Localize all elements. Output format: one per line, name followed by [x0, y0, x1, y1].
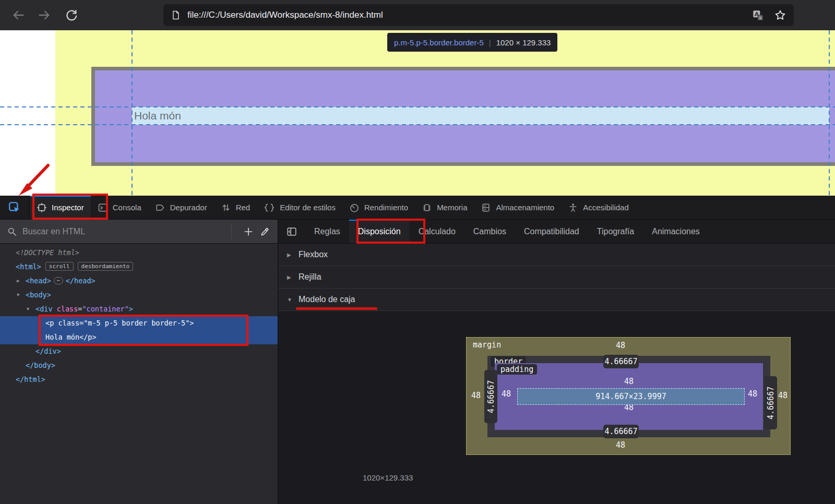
markup-node[interactable]: ▼<body>: [0, 288, 278, 302]
forward-icon[interactable]: [37, 7, 52, 23]
markup-node-selected[interactable]: Hola món</p>: [0, 330, 278, 344]
infobar-separator: |: [489, 38, 491, 47]
code-segment: <head>: [26, 277, 51, 285]
tab-label: Red: [236, 203, 250, 212]
add-node-icon[interactable]: [243, 226, 254, 237]
devtools-tab-network[interactable]: Red: [214, 196, 257, 219]
markup-view: <!DOCTYPE html><html>scrolldesbordamient…: [0, 244, 278, 504]
padding-label: padding: [497, 364, 537, 375]
inspector-sidebar-tabs: ReglasDisposiciónCalculadoCambiosCompati…: [278, 220, 835, 244]
devtools-tab-console[interactable]: Consola: [91, 196, 148, 219]
search-input[interactable]: Buscar en HTML: [22, 227, 226, 236]
devtools-tab-inspector[interactable]: Inspector: [30, 196, 91, 219]
url-text[interactable]: file:///C:/Users/david/Workspace/smx-8/i…: [187, 10, 751, 20]
markup-node[interactable]: </html>: [0, 373, 278, 387]
devtools-tab-accessibility[interactable]: Accesibilidad: [561, 196, 636, 219]
twisty-collapsed-icon[interactable]: ▶: [287, 274, 293, 280]
margin-right-value[interactable]: 48: [775, 391, 791, 400]
sidebar-tab-disposición[interactable]: Disposición: [349, 220, 410, 243]
browser-toolbar: file:///C:/Users/david/Workspace/smx-8/i…: [0, 0, 835, 30]
padding-left-value[interactable]: 48: [498, 389, 515, 399]
border-bottom-value[interactable]: 4.66667: [603, 425, 639, 438]
code-segment: <p class="m-5 p-5 border border-5">: [45, 319, 194, 327]
code-segment: Hola món</p>: [45, 333, 97, 341]
tab-label: Depurador: [170, 203, 207, 212]
box-model-area: margin 48 48 48 48 border padding 48 48 …: [278, 311, 835, 504]
storage-icon: [481, 202, 491, 213]
markup-node[interactable]: </div>: [0, 344, 278, 358]
page-paragraph-text: Hola món: [133, 110, 181, 122]
twisty-expanded-icon[interactable]: ▼: [287, 297, 293, 303]
svg-text:z: z: [759, 16, 761, 20]
sidebar-tab-animaciones[interactable]: Animaciones: [643, 220, 709, 243]
translate-icon[interactable]: Az: [751, 8, 765, 22]
margin-label: margin: [473, 340, 501, 350]
search-icon: [7, 226, 17, 237]
margin-top-value[interactable]: 48: [607, 341, 634, 350]
markup-node[interactable]: </body>: [0, 358, 278, 373]
page-icon: [171, 10, 181, 20]
border-right-value[interactable]: 4.66667: [764, 376, 777, 429]
devtools-tab-storage[interactable]: Almacenamiento: [474, 196, 561, 219]
code-segment: <!DOCTYPE html>: [16, 248, 79, 257]
code-segment: <div: [35, 305, 57, 313]
node-badge[interactable]: scroll: [45, 262, 74, 271]
sidebar-tab-calculado[interactable]: Calculado: [410, 220, 464, 243]
performance-icon: [349, 202, 360, 213]
tab-label: Editor de estilos: [280, 203, 336, 212]
console-icon: [98, 202, 108, 213]
markup-node[interactable]: ▶<head>⋯</head>: [0, 274, 278, 288]
code-segment: </head>: [66, 277, 96, 285]
margin-bottom-value[interactable]: 48: [607, 440, 634, 450]
markup-node-selected[interactable]: <p class="m-5 p-5 border border-5">: [0, 316, 278, 330]
padding-right-value[interactable]: 48: [744, 389, 761, 399]
layout-section-rejilla[interactable]: ▶Rejilla: [278, 266, 835, 289]
code-segment: </div>: [35, 347, 61, 355]
layout-section-flexbox[interactable]: ▶Flexbox: [278, 244, 835, 266]
sidebar-toggle-icon[interactable]: [278, 220, 305, 243]
twisty-expanded-icon[interactable]: ▼: [27, 302, 29, 316]
guide-line-top: [0, 106, 835, 107]
tab-label: Rendimiento: [364, 203, 408, 212]
section-label: Flexbox: [299, 250, 328, 259]
layout-section-modelo-de-caja[interactable]: ▼Modelo de caja: [278, 289, 835, 311]
box-model-content[interactable]: 914.667×23.9997: [517, 388, 745, 405]
markup-node[interactable]: <html>scrolldesbordamiento: [0, 260, 278, 274]
twisty-expanded-icon[interactable]: ▼: [17, 288, 19, 302]
tab-label: Consola: [113, 203, 141, 212]
margin-left-value[interactable]: 48: [468, 391, 484, 400]
border-left-value[interactable]: 4.66667: [484, 370, 497, 423]
layout-sidebar: ▶Flexbox▶Rejilla▼Modelo de caja margin 4…: [278, 244, 835, 504]
back-icon[interactable]: [10, 7, 26, 23]
padding-top-value[interactable]: 48: [608, 377, 650, 386]
collapsed-ellipsis-icon[interactable]: ⋯: [54, 277, 63, 284]
markup-search-bar[interactable]: Buscar en HTML: [0, 220, 278, 244]
sidebar-tab-compatibilidad[interactable]: Compatibilidad: [515, 220, 588, 243]
reload-icon[interactable]: [64, 7, 79, 23]
devtools-tab-memory[interactable]: Memoria: [415, 196, 474, 219]
sidebar-tab-reglas[interactable]: Reglas: [305, 220, 349, 243]
content-highlight-overlay: Hola món: [132, 107, 829, 125]
devtools-tab-performance[interactable]: Rendimiento: [342, 196, 415, 219]
eyedropper-icon[interactable]: [260, 226, 270, 237]
box-model-total-size: 1020×129.333: [363, 473, 413, 482]
code-segment: </html>: [16, 375, 45, 383]
pick-element-button[interactable]: [0, 196, 30, 219]
devtools-tab-debugger[interactable]: Depurador: [148, 196, 214, 219]
devtools-tab-styles[interactable]: Editor de estilos: [257, 196, 342, 219]
border-top-value[interactable]: 4.66667: [603, 355, 639, 368]
markup-node[interactable]: <!DOCTYPE html>: [0, 246, 278, 260]
sidebar-tab-tipografía[interactable]: Tipografía: [588, 220, 643, 243]
twisty-collapsed-icon[interactable]: ▶: [17, 274, 19, 288]
tab-label: Memoria: [437, 203, 467, 212]
code-segment: "container": [82, 305, 128, 313]
box-model-margin: margin 48 48 48 48 border padding 48 48 …: [466, 337, 791, 455]
sidebar-tab-cambios[interactable]: Cambios: [464, 220, 515, 243]
url-bar[interactable]: file:///C:/Users/david/Workspace/smx-8/i…: [163, 4, 794, 26]
bookmark-star-icon[interactable]: [774, 9, 786, 21]
twisty-collapsed-icon[interactable]: ▶: [287, 252, 293, 258]
node-badge[interactable]: desbordamiento: [78, 262, 134, 271]
markup-node[interactable]: ▼<div class="container">: [0, 302, 278, 316]
node-infobar: p.m-5.p-5.border.border-5 | 1020 × 129.3…: [387, 33, 557, 52]
styles-icon: [264, 202, 275, 213]
